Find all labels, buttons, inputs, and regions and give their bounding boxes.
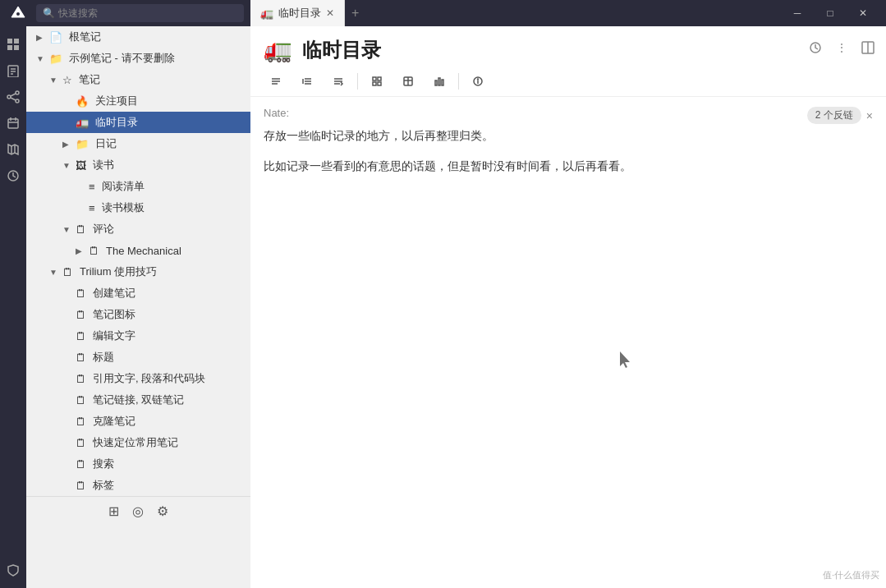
sidebar-item-example[interactable]: ▼ 📁 示例笔记 - 请不要删除 [26, 48, 250, 69]
note-area: 🚛 临时目录 ⋮ [250, 26, 886, 588]
tree-item-label: The Mechanical [106, 245, 181, 257]
node-type-icon: ☆ [62, 74, 72, 86]
sidebar-item-notes[interactable]: ▼ ☆ 笔记 [26, 69, 250, 90]
sidebar-item-mechanical[interactable]: ▶ 🗒 The Mechanical [26, 240, 250, 261]
more-options-button[interactable]: ⋮ [830, 36, 853, 59]
sidebar-item-create[interactable]: 🗒 创建笔记 [26, 283, 250, 304]
sidebar-item-diary[interactable]: ▶ 📁 日记 [26, 133, 250, 154]
note-emoji-icon: 🚛 [264, 36, 292, 63]
layers-icon[interactable]: ⊞ [108, 503, 119, 519]
node-type-icon: 📁 [49, 53, 62, 65]
svg-rect-43 [435, 80, 437, 85]
toolbar-btn-chart[interactable] [427, 70, 452, 93]
tree-chevron: ▼ [36, 54, 46, 63]
toolbar-btn-table[interactable] [396, 70, 420, 93]
svg-rect-37 [378, 77, 381, 80]
svg-point-10 [16, 91, 19, 94]
note-header-row: 🚛 临时目录 ⋮ [250, 26, 886, 67]
nav-shield[interactable] [2, 558, 25, 581]
search-icon: 🔍 [43, 7, 55, 19]
note-body: 存放一些临时记录的地方，以后再整理归类。 比如记录一些看到的有意思的话题，但是暂… [264, 126, 873, 177]
backlinks-close-button[interactable]: × [866, 109, 873, 122]
backlinks-pill[interactable]: 2 个反链 [807, 107, 861, 124]
sidebar-item-trilium[interactable]: ▼ 🗒 Trilium 使用技巧 [26, 261, 250, 283]
svg-point-11 [7, 95, 11, 99]
sidebar-item-focus[interactable]: 🔥 关注项目 [26, 90, 250, 112]
toolbar-btn-2[interactable] [295, 70, 319, 93]
svg-rect-39 [378, 82, 381, 85]
sidebar-item-clone[interactable]: 🗒 克隆笔记 [26, 411, 250, 432]
backlinks-section: 2 个反链 × [807, 107, 873, 124]
svg-line-13 [11, 94, 16, 96]
node-type-icon: 🗒 [62, 266, 73, 278]
tab-close-button[interactable]: ✕ [326, 7, 334, 19]
nav-map[interactable] [2, 138, 25, 161]
toolbar-btn-3[interactable] [326, 70, 351, 93]
svg-rect-15 [8, 119, 18, 128]
sidebar-item-readlist[interactable]: ≡ 阅读清单 [26, 176, 250, 197]
node-type-icon: 🗒 [76, 394, 86, 407]
circle-icon[interactable]: ◎ [132, 503, 144, 519]
sidebar-item-temp[interactable]: 🚛 临时目录 [26, 112, 250, 133]
toolbar-btn-format[interactable] [365, 70, 389, 93]
gear-icon[interactable]: ⚙ [157, 503, 168, 519]
sidebar-item-root[interactable]: ▶ 📄 根笔记 [26, 26, 250, 48]
sidebar-item-heading[interactable]: 🗒 标题 [26, 347, 250, 368]
svg-rect-36 [373, 77, 376, 80]
tab-icon: 🚛 [260, 7, 273, 20]
tree-item-label: 读书 [93, 158, 114, 172]
node-type-icon: 🗒 [76, 437, 86, 449]
history-button[interactable] [804, 36, 827, 59]
svg-rect-5 [14, 45, 19, 50]
note-header: 🚛 临时目录 [250, 26, 394, 67]
tree-item-label: 快速定位常用笔记 [93, 435, 178, 450]
toolbar-separator-2 [458, 73, 459, 90]
svg-rect-38 [373, 82, 376, 85]
sidebar-item-locate[interactable]: 🗒 快速定位常用笔记 [26, 432, 250, 453]
sidebar-item-links[interactable]: 🗒 笔记链接, 双链笔记 [26, 389, 250, 411]
maximize-button[interactable]: □ [814, 0, 847, 26]
minimize-button[interactable]: ─ [781, 0, 814, 26]
toolbar-btn-1[interactable] [264, 70, 288, 93]
nav-calendar[interactable] [2, 112, 25, 135]
note-nate-label: Nate: [264, 107, 873, 119]
sidebar-item-edittext[interactable]: 🗒 编辑文字 [26, 325, 250, 347]
search-box[interactable]: 🔍 快速搜索 [36, 4, 244, 22]
svg-rect-4 [7, 45, 12, 50]
node-type-icon: 📁 [76, 138, 89, 150]
sidebar-item-readtemplate[interactable]: ≡ 读书模板 [26, 197, 250, 218]
svg-point-48 [478, 79, 479, 80]
icon-strip [0, 26, 26, 588]
note-content[interactable]: 2 个反链 × Nate: 存放一些临时记录的地方，以后再整理归类。 比如记录一… [250, 97, 886, 588]
close-button[interactable]: ✕ [847, 0, 879, 26]
tab-add-button[interactable]: + [345, 6, 365, 21]
sidebar-item-quote[interactable]: 🗒 引用文字, 段落和代码块 [26, 368, 250, 389]
sidebar-item-review[interactable]: ▼ 🗒 评论 [26, 218, 250, 240]
nav-history[interactable] [2, 164, 25, 187]
node-type-icon: 🔥 [76, 95, 89, 108]
sidebar-item-reading[interactable]: ▼ 🖼 读书 [26, 154, 250, 176]
tree-item-label: 日记 [95, 136, 117, 151]
node-type-icon: 🗒 [76, 223, 86, 236]
svg-rect-44 [438, 78, 440, 85]
title-bar-left: 🔍 快速搜索 [0, 2, 250, 25]
sidebar-item-tags[interactable]: 🗒 标签 [26, 475, 250, 496]
nav-home[interactable] [2, 33, 25, 56]
note-body-line2: 比如记录一些看到的有意思的话题，但是暂时没有时间看，以后再看看。 [264, 156, 873, 177]
node-type-icon: ≡ [89, 202, 95, 214]
sidebar-item-noteicon[interactable]: 🗒 笔记图标 [26, 304, 250, 325]
toolbar-btn-info[interactable] [466, 70, 490, 93]
header-right-icons: ⋮ [804, 26, 879, 59]
split-view-button[interactable] [856, 36, 879, 59]
main-tab[interactable]: 🚛 临时目录 ✕ [250, 0, 345, 26]
nav-share[interactable] [2, 85, 25, 108]
tree-item-label: 关注项目 [95, 94, 138, 108]
note-toolbar [250, 67, 886, 97]
node-type-icon: ≡ [89, 181, 95, 193]
node-type-icon: 🗒 [76, 287, 86, 300]
sidebar-item-search[interactable]: 🗒 搜索 [26, 453, 250, 475]
nav-notes[interactable] [2, 59, 25, 82]
tree-chevron: ▼ [49, 76, 59, 85]
app-logo[interactable] [7, 2, 30, 25]
node-type-icon: 🖼 [76, 159, 86, 172]
